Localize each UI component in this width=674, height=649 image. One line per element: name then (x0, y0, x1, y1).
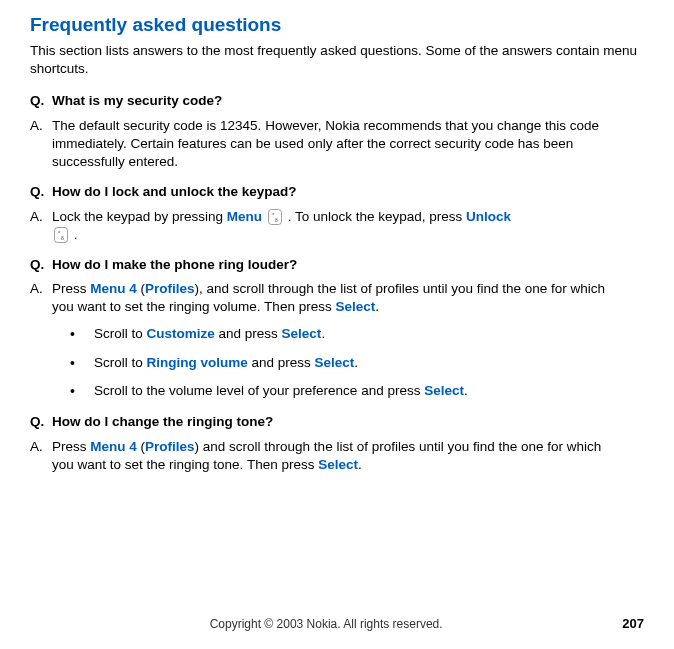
q-text: What is my security code? (52, 92, 644, 110)
qa-item: Q. How do I make the phone ring louder? … (30, 256, 644, 401)
question: Q. How do I change the ringing tone? (30, 413, 644, 431)
copyright: Copyright © 2003 Nokia. All rights reser… (210, 617, 443, 631)
a-text: Press Menu 4 (Profiles) and scroll throu… (52, 438, 644, 474)
select-highlight: Select (318, 457, 358, 472)
unlock-highlight: Unlock (466, 209, 511, 224)
star-key-icon: *8 (54, 227, 68, 243)
ringing-volume-highlight: Ringing volume (147, 355, 248, 370)
bullet-item: • Scroll to Ringing volume and press Sel… (52, 354, 644, 373)
a-prefix: A. (30, 208, 52, 244)
qa-item: Q. What is my security code? A. The defa… (30, 92, 644, 171)
intro-text: This section lists answers to the most f… (30, 42, 644, 78)
q-prefix: Q. (30, 413, 52, 431)
bullet-item: • Scroll to the volume level of your pre… (52, 382, 644, 401)
answer: A. The default security code is 12345. H… (30, 117, 644, 172)
text-part: ( (137, 439, 145, 454)
answer: A. Press Menu 4 (Profiles), and scroll t… (30, 280, 644, 316)
bullet-dot: • (70, 382, 94, 401)
text-part: . (375, 299, 379, 314)
bullet-list: • Scroll to Customize and press Select. … (52, 325, 644, 402)
question: Q. How do I lock and unlock the keypad? (30, 183, 644, 201)
text-part: ( (137, 281, 145, 296)
a-prefix: A. (30, 280, 52, 316)
text-part: . (321, 326, 325, 341)
text-part: Press (52, 439, 90, 454)
text-part: . (354, 355, 358, 370)
footer: Copyright © 2003 Nokia. All rights reser… (0, 616, 674, 631)
profiles-highlight: Profiles (145, 439, 195, 454)
text-part: . (70, 227, 78, 242)
bullet-text: Scroll to Customize and press Select. (94, 325, 644, 344)
q-text: How do I make the phone ring louder? (52, 256, 644, 274)
svg-text:8: 8 (275, 217, 278, 223)
qa-item: Q. How do I lock and unlock the keypad? … (30, 183, 644, 244)
qa-item: Q. How do I change the ringing tone? A. … (30, 413, 644, 474)
customize-highlight: Customize (147, 326, 215, 341)
text-part: . (358, 457, 362, 472)
a-text: Lock the keypad by pressing Menu *8 . To… (52, 208, 644, 244)
text-part: Lock the keypad by pressing (52, 209, 227, 224)
bullet-dot: • (70, 325, 94, 344)
text-part: . To unlock the keypad, press (284, 209, 466, 224)
text-part: Scroll to (94, 326, 147, 341)
answer: A. Press Menu 4 (Profiles) and scroll th… (30, 438, 644, 474)
select-highlight: Select (424, 383, 464, 398)
menu-highlight: Menu (227, 209, 262, 224)
a-text: The default security code is 12345. Howe… (52, 117, 644, 172)
text-part: Press (52, 281, 90, 296)
text-part: . (464, 383, 468, 398)
select-highlight: Select (282, 326, 322, 341)
page-number: 207 (622, 616, 644, 631)
menu4-highlight: Menu 4 (90, 281, 137, 296)
page-title: Frequently asked questions (30, 14, 644, 36)
question: Q. How do I make the phone ring louder? (30, 256, 644, 274)
q-prefix: Q. (30, 256, 52, 274)
a-prefix: A. (30, 117, 52, 172)
answer: A. Lock the keypad by pressing Menu *8 .… (30, 208, 644, 244)
star-key-icon: *8 (268, 209, 282, 225)
select-highlight: Select (335, 299, 375, 314)
a-text: Press Menu 4 (Profiles), and scroll thro… (52, 280, 644, 316)
text-part: and press (248, 355, 315, 370)
q-text: How do I lock and unlock the keypad? (52, 183, 644, 201)
bullet-text: Scroll to the volume level of your prefe… (94, 382, 644, 401)
q-prefix: Q. (30, 183, 52, 201)
q-prefix: Q. (30, 92, 52, 110)
svg-text:8: 8 (61, 235, 64, 241)
a-prefix: A. (30, 438, 52, 474)
bullet-item: • Scroll to Customize and press Select. (52, 325, 644, 344)
q-text: How do I change the ringing tone? (52, 413, 644, 431)
text-part: Scroll to (94, 355, 147, 370)
text-part: and press (215, 326, 282, 341)
select-highlight: Select (315, 355, 355, 370)
question: Q. What is my security code? (30, 92, 644, 110)
bullet-dot: • (70, 354, 94, 373)
profiles-highlight: Profiles (145, 281, 195, 296)
text-part: Scroll to the volume level of your prefe… (94, 383, 424, 398)
bullet-text: Scroll to Ringing volume and press Selec… (94, 354, 644, 373)
menu4-highlight: Menu 4 (90, 439, 137, 454)
